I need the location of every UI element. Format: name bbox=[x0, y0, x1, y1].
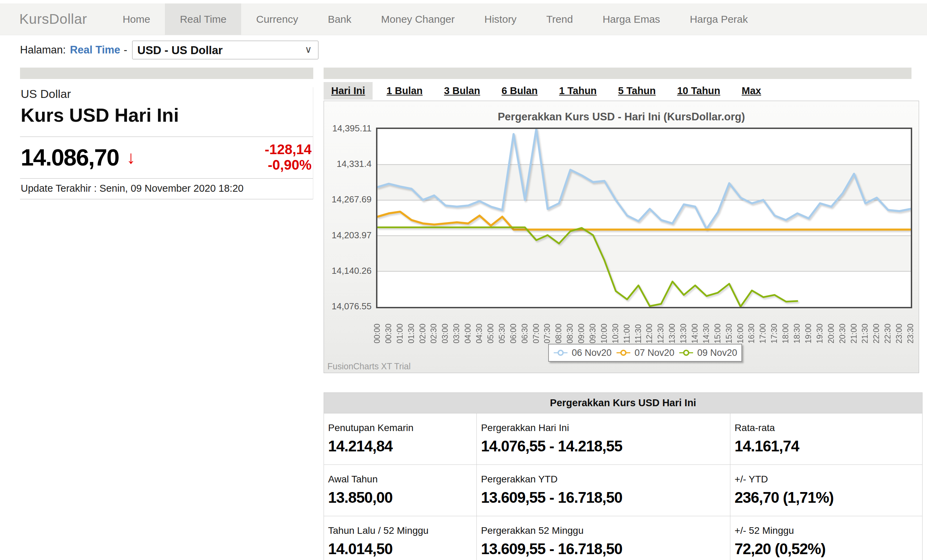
page: KursDollar HomeReal TimeCurrencyBankMone… bbox=[0, 0, 927, 560]
x-axis-label: 05:30 bbox=[497, 309, 507, 343]
table-cell-label: +/- YTD bbox=[734, 474, 919, 485]
x-axis-label: 21:30 bbox=[860, 309, 870, 343]
x-axis-label: 00:00 bbox=[372, 309, 382, 343]
nav-item-home[interactable]: Home bbox=[108, 3, 165, 35]
currency-name: US Dollar bbox=[21, 87, 313, 101]
nav-item-harga-perak[interactable]: Harga Perak bbox=[675, 3, 763, 35]
brand-logo[interactable]: KursDollar bbox=[19, 11, 87, 27]
x-axis-label: 20:00 bbox=[827, 309, 836, 343]
nav-item-currency[interactable]: Currency bbox=[241, 3, 313, 35]
y-axis-label: 14,331.4 bbox=[324, 159, 372, 169]
legend-marker-icon bbox=[616, 349, 631, 357]
legend-marker-icon bbox=[553, 349, 568, 357]
x-axis-label: 01:00 bbox=[395, 309, 405, 343]
x-axis-label: 09:00 bbox=[577, 309, 586, 343]
x-axis-label: 22:00 bbox=[872, 309, 881, 343]
chart-legend: 06 Nov2007 Nov2009 Nov20 bbox=[548, 344, 742, 362]
x-axis-label: 12:00 bbox=[645, 309, 654, 343]
x-axis-label: 16:30 bbox=[747, 309, 756, 343]
range-tabs: Hari Ini1 Bulan3 Bulan6 Bulan1 Tahun5 Ta… bbox=[324, 82, 775, 100]
legend-item-07-nov20[interactable]: 07 Nov20 bbox=[616, 348, 675, 358]
x-axis-label: 02:30 bbox=[429, 309, 439, 343]
nav-item-bank[interactable]: Bank bbox=[313, 3, 366, 35]
x-axis-label: 18:00 bbox=[781, 309, 790, 343]
x-axis-label: 16:00 bbox=[736, 309, 745, 343]
nav-item-harga-emas[interactable]: Harga Emas bbox=[588, 3, 675, 35]
currency-select[interactable]: USD - US Dollar bbox=[132, 41, 318, 59]
table-cell-value: 14.076,55 - 14.218,55 bbox=[481, 438, 727, 455]
x-axis-label: 10:30 bbox=[611, 309, 620, 343]
realtime-link[interactable]: Real Time bbox=[70, 44, 120, 56]
table-cell: Awal Tahun13.850,00 bbox=[324, 464, 476, 516]
x-axis-label: 00:30 bbox=[384, 309, 393, 343]
x-axis-label: 08:00 bbox=[554, 309, 563, 343]
x-axis-label: 14:00 bbox=[690, 309, 700, 343]
quote-column-header-strip bbox=[20, 68, 313, 79]
table-cell-label: Tahun Lalu / 52 Minggu bbox=[328, 525, 474, 536]
table-cell-label: Rata-rata bbox=[734, 422, 919, 434]
change-value: -128,14 bbox=[264, 142, 312, 157]
tab-1-tahun[interactable]: 1 Tahun bbox=[552, 82, 605, 100]
summary-table-title: Pergerakkan Kurs USD Hari Ini bbox=[324, 393, 922, 413]
tab-max[interactable]: Max bbox=[734, 82, 769, 100]
y-axis-label: 14,140.26 bbox=[324, 266, 372, 276]
x-axis-label: 07:00 bbox=[532, 309, 541, 343]
last-update: Update Terakhir : Senin, 09 November 202… bbox=[20, 179, 313, 199]
table-cell-value: 236,70 (1,71%) bbox=[734, 489, 919, 506]
x-axis-label: 18:30 bbox=[792, 309, 802, 343]
x-axis-label: 22:30 bbox=[883, 309, 892, 343]
nav-item-history[interactable]: History bbox=[470, 3, 531, 35]
legend-label: 09 Nov20 bbox=[697, 348, 737, 358]
x-axis-label: 13:30 bbox=[679, 309, 688, 343]
fusioncharts-watermark: FusionCharts XT Trial bbox=[327, 361, 410, 371]
top-nav: KursDollar HomeReal TimeCurrencyBankMone… bbox=[0, 3, 927, 35]
table-cell-label: +/- 52 Minggu bbox=[734, 525, 919, 536]
x-axis-label: 15:30 bbox=[725, 309, 734, 343]
table-cell-label: Awal Tahun bbox=[328, 474, 474, 485]
table-cell: Rata-rata14.161,74 bbox=[730, 413, 922, 464]
x-axis-label: 06:30 bbox=[520, 309, 530, 343]
x-axis-label: 02:00 bbox=[418, 309, 427, 343]
rate-change: -128,14 -0,90% bbox=[264, 142, 313, 173]
x-axis-label: 09:30 bbox=[588, 309, 597, 343]
legend-marker-icon bbox=[679, 349, 694, 357]
nav-items: HomeReal TimeCurrencyBankMoney ChangerHi… bbox=[108, 3, 763, 35]
legend-item-09-nov20[interactable]: 09 Nov20 bbox=[679, 348, 737, 358]
table-cell-value: 13.609,55 - 16.718,50 bbox=[481, 489, 727, 506]
tab-5-tahun[interactable]: 5 Tahun bbox=[611, 82, 663, 100]
table-cell: Pergerakkan YTD13.609,55 - 16.718,50 bbox=[476, 464, 730, 516]
y-axis-label: 14,395.11 bbox=[324, 123, 372, 134]
nav-item-real-time[interactable]: Real Time bbox=[165, 3, 241, 35]
tab-hari-ini[interactable]: Hari Ini bbox=[324, 82, 372, 100]
current-rate: 14.086,70 bbox=[21, 144, 119, 171]
x-axis-label: 19:00 bbox=[804, 309, 813, 343]
quote-panel: US Dollar Kurs USD Hari Ini 14.086,70 ↓ … bbox=[20, 87, 313, 199]
y-axis-label: 14,076.55 bbox=[324, 301, 372, 312]
x-axis-label: 06:00 bbox=[509, 309, 518, 343]
tab-1-bulan[interactable]: 1 Bulan bbox=[379, 82, 430, 100]
table-cell: Penutupan Kemarin14.214,84 bbox=[324, 413, 476, 464]
table-cell: +/- YTD236,70 (1,71%) bbox=[730, 464, 922, 516]
table-cell-value: 13.850,00 bbox=[328, 489, 474, 506]
x-axis-label: 23:30 bbox=[906, 309, 915, 343]
x-axis-label: 04:30 bbox=[475, 309, 484, 343]
legend-item-06-nov20[interactable]: 06 Nov20 bbox=[553, 348, 612, 358]
nav-item-money-changer[interactable]: Money Changer bbox=[366, 3, 470, 35]
table-cell-value: 14.014,50 bbox=[328, 540, 474, 558]
tab-10-tahun[interactable]: 10 Tahun bbox=[670, 82, 728, 100]
tab-3-bulan[interactable]: 3 Bulan bbox=[436, 82, 488, 100]
x-axis-label: 07:30 bbox=[543, 309, 552, 343]
table-cell: Tahun Lalu / 52 Minggu14.014,50 bbox=[324, 516, 476, 560]
quote-title: Kurs USD Hari Ini bbox=[21, 104, 313, 126]
x-axis-label: 03:00 bbox=[441, 309, 450, 343]
x-axis-label: 10:00 bbox=[600, 309, 609, 343]
legend-label: 07 Nov20 bbox=[634, 348, 675, 358]
table-cell-value: 13.609,55 - 16.718,50 bbox=[481, 540, 727, 558]
x-axis-label: 23:00 bbox=[895, 309, 904, 343]
tab-6-bulan[interactable]: 6 Bulan bbox=[494, 82, 546, 100]
page-selector-label: Halaman: bbox=[20, 44, 66, 56]
change-percent: -0,90% bbox=[264, 157, 312, 173]
nav-item-trend[interactable]: Trend bbox=[531, 3, 588, 35]
table-cell-label: Penutupan Kemarin bbox=[328, 422, 474, 434]
divider bbox=[20, 199, 313, 199]
